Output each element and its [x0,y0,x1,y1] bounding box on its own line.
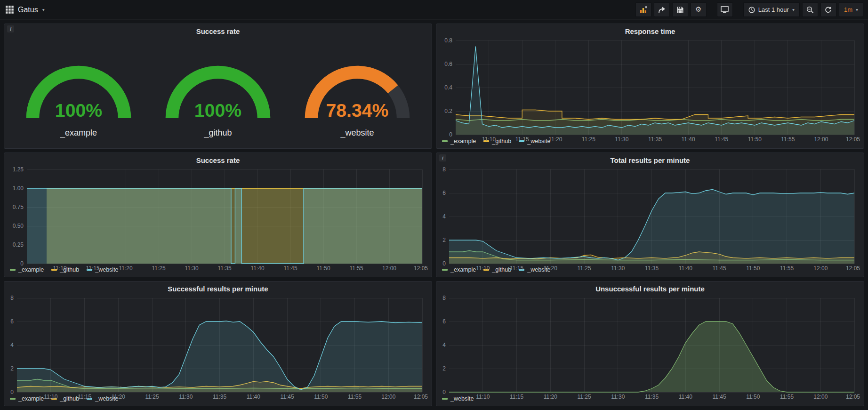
gauge-row: 100%_example100%_github78.34%_website [4,37,432,148]
navbar-actions: ⚙ Last 1 hour ▾ [635,2,863,17]
svg-text:11:40: 11:40 [250,265,264,272]
svg-text:11:55: 11:55 [780,265,794,272]
svg-text:11:15: 11:15 [86,265,99,272]
gauge: 100%_example [14,43,144,138]
svg-text:0: 0 [10,389,14,395]
svg-text:11:40: 11:40 [247,394,260,400]
refresh-interval-picker[interactable]: 1m ▾ [839,2,863,17]
svg-text:11:10: 11:10 [482,136,496,143]
svg-text:11:30: 11:30 [179,394,193,400]
svg-text:11:50: 11:50 [314,394,328,400]
svg-text:0.4: 0.4 [444,84,452,91]
time-range-picker[interactable]: Last 1 hour ▾ [743,2,800,17]
svg-text:11:20: 11:20 [119,265,132,272]
svg-text:0.2: 0.2 [444,108,452,114]
svg-text:11:50: 11:50 [748,136,762,143]
panel-title[interactable]: Total results per minute [436,153,864,166]
svg-text:2: 2 [442,365,446,372]
svg-text:11:10: 11:10 [476,394,490,400]
gauge: 100%_github [153,43,283,138]
svg-text:11:30: 11:30 [615,136,628,143]
svg-text:11:35: 11:35 [648,136,662,143]
svg-text:11:55: 11:55 [780,394,794,400]
svg-text:12:05: 12:05 [846,394,860,400]
svg-text:11:20: 11:20 [544,265,557,272]
svg-text:0.75: 0.75 [13,204,24,210]
svg-text:11:40: 11:40 [679,394,692,400]
svg-text:11:45: 11:45 [712,265,726,272]
successful-results-chart[interactable]: 0246811:1011:1511:2011:2511:3011:3511:40… [7,294,429,394]
dashboard-title: Gatus [18,6,38,14]
gauge-arc: 100% [153,43,283,126]
panel-response-time: Response time 00.20.40.60.811:1011:1511:… [436,24,864,149]
svg-text:2: 2 [10,365,14,372]
svg-text:11:40: 11:40 [679,265,692,272]
refresh-button[interactable] [820,2,836,17]
clock-icon [748,7,755,13]
info-icon[interactable]: i [439,154,446,161]
total-results-chart[interactable]: 0246811:1011:1511:2011:2511:3011:3511:40… [439,166,861,265]
panel-successful-results: Successful results per minute 0246811:10… [4,281,432,406]
svg-text:11:45: 11:45 [280,394,294,400]
navbar: Gatus ▾ [0,0,868,20]
panel-success-rate-gauges: i Success rate 100%_example100%_github78… [4,24,432,149]
info-icon[interactable]: i [7,25,14,32]
svg-text:11:15: 11:15 [510,394,523,400]
svg-text:11:35: 11:35 [645,265,659,272]
panel-title[interactable]: Successful results per minute [4,281,432,294]
svg-text:11:20: 11:20 [544,394,557,400]
svg-text:6: 6 [10,318,14,325]
svg-text:11:45: 11:45 [712,394,726,400]
svg-text:11:50: 11:50 [316,265,330,272]
dashboard-picker[interactable]: Gatus ▾ [6,6,45,14]
time-range-label: Last 1 hour [758,6,789,13]
zoom-out-icon [806,6,814,14]
panel-title[interactable]: Success rate [4,153,432,166]
response-time-chart[interactable]: 00.20.40.60.811:1011:1511:2011:2511:3011… [439,37,861,137]
svg-text:1.25: 1.25 [13,166,24,173]
svg-text:11:30: 11:30 [185,265,198,272]
svg-text:0.25: 0.25 [13,241,24,248]
svg-text:0: 0 [442,260,446,267]
panel-title[interactable]: Response time [436,24,864,37]
save-button[interactable] [672,2,688,17]
svg-text:11:45: 11:45 [715,136,728,143]
svg-text:11:25: 11:25 [582,136,595,143]
unsuccessful-results-chart[interactable]: 0246811:1011:1511:2011:2511:3011:3511:40… [439,294,861,394]
svg-text:11:55: 11:55 [349,265,363,272]
svg-text:8: 8 [442,166,446,173]
panel-title[interactable]: Success rate [4,24,432,37]
svg-text:12:00: 12:00 [813,265,828,272]
refresh-icon [825,6,832,13]
svg-text:100%: 100% [194,100,241,121]
zoom-out-button[interactable] [802,2,818,17]
svg-text:12:00: 12:00 [382,265,396,272]
settings-button[interactable]: ⚙ [691,2,707,17]
svg-text:11:35: 11:35 [217,265,231,272]
chevron-down-icon: ▾ [792,7,795,12]
svg-text:11:25: 11:25 [152,265,165,272]
add-panel-button[interactable] [635,2,651,17]
svg-text:11:40: 11:40 [682,136,695,143]
panel-success-rate-timeseries: Success rate 00.250.500.751.001.2511:101… [4,153,432,278]
svg-text:6: 6 [442,190,446,196]
gauge: 78.34%_website [292,43,422,138]
success-rate-chart[interactable]: 00.250.500.751.001.2511:1011:1511:2011:2… [7,166,429,265]
gauge-arc: 78.34% [292,43,422,126]
svg-text:12:05: 12:05 [846,265,860,272]
svg-text:11:50: 11:50 [746,394,760,400]
tv-mode-button[interactable] [717,2,733,17]
svg-text:4: 4 [10,342,14,348]
panel-title[interactable]: Unsuccessful results per minute [436,281,864,294]
svg-text:0: 0 [20,260,24,267]
svg-text:12:05: 12:05 [846,136,860,143]
gear-icon: ⚙ [695,6,701,13]
svg-text:12:00: 12:00 [814,136,828,143]
share-icon [658,6,666,14]
svg-text:12:05: 12:05 [414,394,428,400]
svg-text:8: 8 [442,295,446,301]
svg-text:0.8: 0.8 [444,37,452,44]
svg-text:11:25: 11:25 [577,394,591,400]
svg-text:6: 6 [442,318,446,325]
share-button[interactable] [654,2,670,17]
